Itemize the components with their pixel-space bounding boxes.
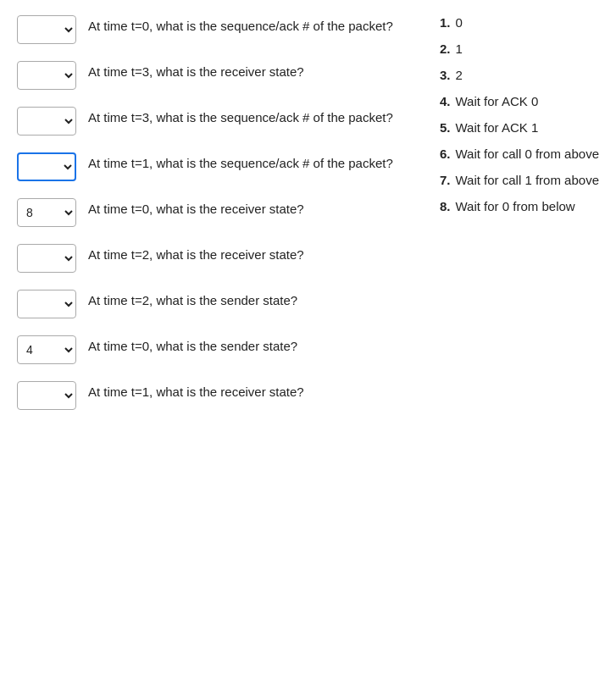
answer-item-1: 1.0 [426, 14, 599, 31]
answer-label-1: 0 [455, 14, 462, 31]
answer-label-4: Wait for ACK 0 [455, 92, 538, 110]
question-text-6: At time t=2, what is the receiver state? [88, 242, 426, 264]
dropdown-wrapper-6: 12345678 [17, 244, 76, 273]
answer-select-1[interactable]: 12345678 [17, 15, 76, 44]
question-text-1: At time t=0, what is the sequence/ack # … [88, 14, 426, 36]
answer-select-4[interactable]: 12345678 [17, 152, 76, 181]
question-text-3: At time t=3, what is the sequence/ack # … [88, 105, 426, 127]
answer-number-8: 8. [426, 197, 450, 215]
question-row-4: 12345678At time t=1, what is the sequenc… [17, 151, 426, 181]
question-row-6: 12345678At time t=2, what is the receive… [17, 242, 426, 273]
dropdown-wrapper-9: 12345678 [17, 381, 76, 410]
dropdown-wrapper-5: 12345678 [17, 198, 76, 227]
question-row-9: 12345678At time t=1, what is the receive… [17, 379, 426, 410]
question-row-5: 12345678At time t=0, what is the receive… [17, 196, 426, 227]
dropdown-wrapper-3: 12345678 [17, 107, 76, 136]
questions-column: 12345678At time t=0, what is the sequenc… [17, 14, 426, 425]
question-row-2: 12345678At time t=3, what is the receive… [17, 59, 426, 90]
answer-item-2: 2.1 [426, 40, 599, 58]
answer-label-7: Wait for call 1 from above [455, 171, 599, 189]
answer-item-7: 7.Wait for call 1 from above [426, 171, 599, 189]
answer-number-2: 2. [426, 40, 450, 58]
dropdown-wrapper-4: 12345678 [17, 152, 76, 181]
answer-number-3: 3. [426, 66, 450, 84]
answer-label-5: Wait for ACK 1 [455, 119, 538, 136]
answer-item-6: 6.Wait for call 0 from above [426, 145, 599, 163]
question-row-3: 12345678At time t=3, what is the sequenc… [17, 105, 426, 136]
answer-number-6: 6. [426, 145, 450, 163]
dropdown-wrapper-8: 12345678 [17, 335, 76, 364]
answer-label-8: Wait for 0 from below [455, 197, 574, 215]
question-row-8: 12345678At time t=0, what is the sender … [17, 334, 426, 364]
main-content: 12345678At time t=0, what is the sequenc… [17, 14, 599, 425]
answer-item-3: 3.2 [426, 66, 599, 84]
answer-number-1: 1. [426, 14, 450, 31]
answer-label-2: 1 [455, 40, 462, 58]
question-text-5: At time t=0, what is the receiver state? [88, 196, 426, 219]
answer-select-7[interactable]: 12345678 [17, 290, 76, 318]
question-row-1: 12345678At time t=0, what is the sequenc… [17, 14, 426, 44]
answer-item-5: 5.Wait for ACK 1 [426, 119, 599, 136]
question-text-7: At time t=2, what is the sender state? [88, 288, 426, 310]
answer-item-4: 4.Wait for ACK 0 [426, 92, 599, 110]
answers-column: 1.02.13.24.Wait for ACK 05.Wait for ACK … [426, 14, 599, 224]
answer-label-3: 2 [455, 66, 462, 84]
answer-item-8: 8.Wait for 0 from below [426, 197, 599, 215]
question-row-7: 12345678At time t=2, what is the sender … [17, 288, 426, 318]
question-text-8: At time t=0, what is the sender state? [88, 334, 426, 356]
answer-select-5[interactable]: 12345678 [17, 198, 76, 227]
dropdown-wrapper-2: 12345678 [17, 61, 76, 90]
answer-number-4: 4. [426, 92, 450, 110]
question-text-9: At time t=1, what is the receiver state? [88, 379, 426, 401]
question-text-4: At time t=1, what is the sequence/ack # … [88, 151, 426, 173]
answer-label-6: Wait for call 0 from above [455, 145, 599, 163]
answer-select-3[interactable]: 12345678 [17, 107, 76, 136]
answer-select-2[interactable]: 12345678 [17, 61, 76, 90]
dropdown-wrapper-7: 12345678 [17, 290, 76, 318]
answer-select-6[interactable]: 12345678 [17, 244, 76, 273]
question-text-2: At time t=3, what is the receiver state? [88, 59, 426, 81]
answer-number-7: 7. [426, 171, 450, 189]
dropdown-wrapper-1: 12345678 [17, 15, 76, 44]
answer-number-5: 5. [426, 119, 450, 136]
answer-select-8[interactable]: 12345678 [17, 335, 76, 364]
answer-select-9[interactable]: 12345678 [17, 381, 76, 410]
